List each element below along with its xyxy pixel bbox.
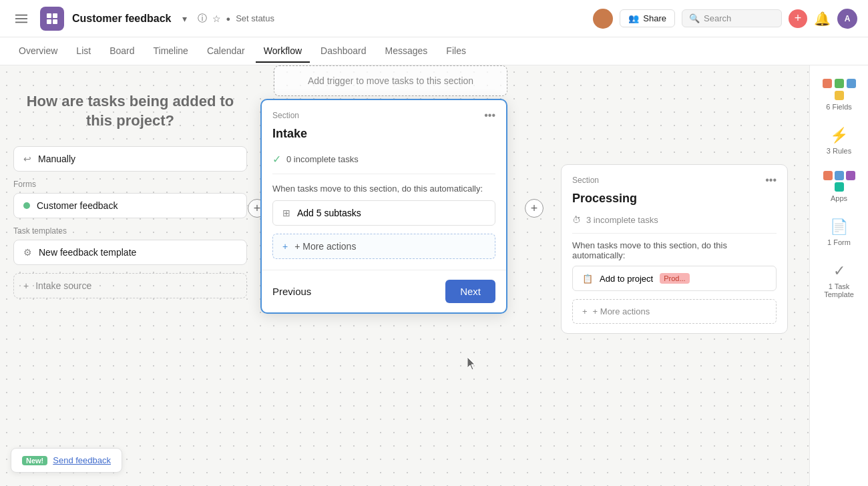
sidebar-task-template[interactable]: ✓ 1 Task Template [813, 257, 866, 304]
plus-icon: + [23, 280, 29, 291]
search-box[interactable]: 🔍 Search [682, 9, 782, 27]
share-button[interactable]: 👥 Share [620, 9, 675, 27]
search-icon: 🔍 [689, 13, 700, 23]
add-button[interactable]: + [789, 9, 807, 28]
nav-timeline[interactable]: Timeline [146, 40, 196, 63]
forms-section: Forms Customer feedback [13, 180, 247, 218]
clock-icon: ⏱ [572, 215, 581, 225]
title-dropdown-icon[interactable]: ▾ [182, 13, 187, 24]
nav-list[interactable]: List [68, 40, 99, 63]
header-right: 👥 Share 🔍 Search + 🔔 A [593, 9, 857, 29]
svg-rect-0 [15, 14, 27, 15]
card-section-label: Section [272, 111, 299, 120]
menu-button[interactable] [11, 8, 32, 29]
sidebar-task-template-label: 1 Task Template [824, 282, 854, 298]
template-icon: ⚙ [23, 247, 32, 258]
card-footer: Previous Next [262, 270, 506, 312]
processing-more-actions-button[interactable]: + + More actions [572, 299, 777, 324]
manually-section: ↩ Manually [13, 146, 247, 172]
intake-source-item[interactable]: + Intake source [13, 273, 247, 298]
app-icon [40, 7, 64, 31]
sidebar-apps[interactable]: Apps [813, 166, 866, 208]
nav-dashboard[interactable]: Dashboard [312, 40, 375, 63]
send-feedback-link[interactable]: Send feedback [53, 455, 111, 465]
notification-icon[interactable]: 🔔 [814, 11, 831, 27]
customer-feedback-item[interactable]: Customer feedback [13, 193, 247, 218]
workflow-canvas[interactable]: How are tasks being added to this projec… [0, 65, 868, 486]
info-icon[interactable]: ⓘ [198, 13, 207, 25]
previous-button[interactable]: Previous [272, 286, 311, 297]
sidebar-rules-label: 3 Rules [827, 147, 851, 155]
svg-rect-1 [15, 18, 27, 19]
sidebar-fields-label: 6 Fields [826, 103, 852, 111]
sidebar-form[interactable]: 📄 1 Form [813, 213, 866, 252]
plus-more-icon: + [282, 241, 288, 252]
processing-tasks: ⏱ 3 incomplete tasks [562, 212, 787, 233]
star-icon[interactable]: ☆ [212, 13, 221, 24]
nav-calendar[interactable]: Calendar [199, 40, 253, 63]
project-title: Customer feedback [72, 13, 172, 25]
next-button[interactable]: Next [445, 280, 495, 303]
form-icon: 📄 [830, 218, 848, 236]
nav-workflow[interactable]: Workflow [256, 40, 310, 63]
header: Customer feedback ▾ ⓘ ☆ ● Set status 👥 S… [0, 0, 868, 37]
trigger-box[interactable]: Add trigger to move tasks to this sectio… [274, 65, 507, 96]
new-badge: New! [22, 456, 47, 465]
processing-auto-text: When tasks move to this section, do this… [562, 234, 787, 266]
svg-rect-2 [15, 21, 27, 23]
card-header: Section ••• [262, 100, 506, 127]
task-templates-section: Task templates ⚙ New feedback template [13, 226, 247, 265]
avatar-2: A [837, 9, 857, 29]
main-area: How are tasks being added to this projec… [0, 65, 868, 486]
card-tasks: ✓ 0 incomplete tasks [262, 149, 506, 174]
processing-more-button[interactable]: ••• [765, 174, 777, 186]
sidebar-form-label: 1 Form [827, 238, 851, 246]
left-panel: How are tasks being added to this projec… [13, 92, 247, 302]
prod-badge: Prod... [660, 273, 689, 284]
task-templates-label: Task templates [13, 226, 247, 236]
svg-rect-6 [53, 19, 57, 24]
left-panel-title: How are tasks being added to this projec… [13, 92, 247, 130]
svg-rect-5 [47, 19, 51, 24]
sidebar-fields[interactable]: 6 Fields [813, 73, 866, 116]
plus-proc-icon: + [582, 306, 588, 316]
add-to-project-action[interactable]: 📋 Add to project Prod... [572, 266, 777, 291]
set-status-button[interactable]: Set status [236, 13, 274, 23]
sidebar-apps-label: Apps [831, 194, 847, 202]
processing-card-header: Section ••• [562, 165, 787, 192]
svg-rect-3 [47, 13, 51, 18]
header-icons: ⓘ ☆ ● Set status [198, 13, 274, 25]
avatar-1 [593, 9, 613, 29]
right-sidebar: 6 Fields ⚡ 3 Rules Apps 📄 1 Form ✓ 1 Tas… [809, 65, 868, 486]
nav-messages[interactable]: Messages [377, 40, 436, 63]
card-more-button[interactable]: ••• [484, 109, 495, 121]
project-icon: 📋 [582, 274, 593, 284]
add-section-right-button[interactable]: + [525, 199, 544, 218]
nav-overview[interactable]: Overview [11, 40, 65, 63]
new-feedback-template-item[interactable]: ⚙ New feedback template [13, 240, 247, 265]
add-subtasks-action[interactable]: ⊞ Add 5 subtasks [272, 200, 495, 226]
more-actions-button[interactable]: + + More actions [272, 234, 495, 259]
manually-item[interactable]: ↩ Manually [13, 146, 247, 172]
nav-board[interactable]: Board [101, 40, 142, 63]
share-icon: 👥 [628, 13, 639, 23]
lightning-icon: ⚡ [830, 127, 848, 144]
check-icon: ✓ [272, 153, 281, 166]
intake-card: Section ••• Intake ✓ 0 incomplete tasks … [260, 99, 507, 314]
processing-section-label: Section [572, 176, 599, 185]
forms-label: Forms [13, 180, 247, 189]
nav-files[interactable]: Files [438, 40, 474, 63]
undo-icon: ↩ [23, 154, 31, 164]
circle-icon[interactable]: ● [226, 15, 231, 23]
nav-bar: Overview List Board Timeline Calendar Wo… [0, 37, 868, 65]
subtask-icon: ⊞ [282, 208, 290, 218]
processing-card: Section ••• Processing ⏱ 3 incomplete ta… [561, 164, 788, 334]
sidebar-rules[interactable]: ⚡ 3 Rules [813, 121, 866, 160]
task-template-icon: ✓ [833, 262, 845, 280]
card-auto-text: When tasks move to this section, do this… [262, 174, 506, 200]
svg-rect-4 [53, 13, 57, 18]
feedback-banner: New! Send feedback [11, 448, 122, 473]
processing-title: Processing [562, 192, 787, 212]
card-title: Intake [262, 127, 506, 149]
